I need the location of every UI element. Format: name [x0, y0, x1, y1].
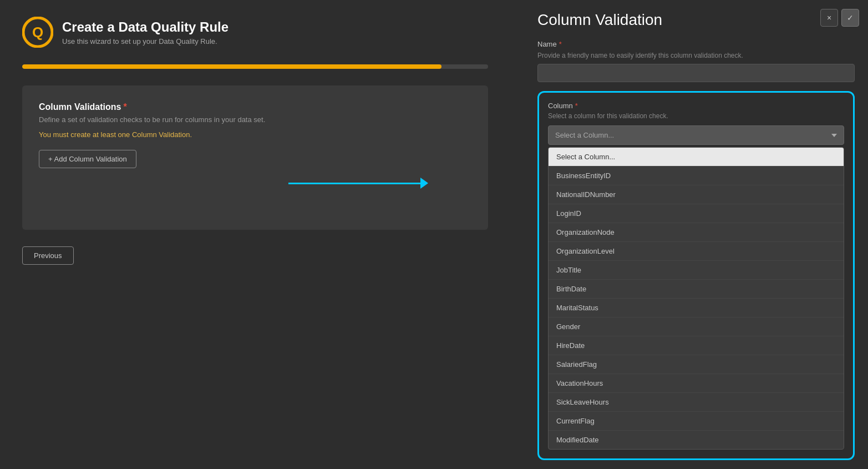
- list-item[interactable]: SalariedFlag: [549, 355, 844, 374]
- list-item[interactable]: ModifiedDate: [549, 431, 844, 449]
- column-required-marker: *: [575, 102, 578, 110]
- list-item[interactable]: OrganizationNode: [549, 223, 844, 242]
- name-field-description: Provide a friendly name to easily identi…: [537, 52, 855, 59]
- header-text: Create a Data Quality Rule Use this wiza…: [62, 19, 229, 46]
- arrow-line: [288, 183, 422, 184]
- arrow-container: [288, 172, 444, 194]
- column-field-description: Select a column for this validation chec…: [548, 112, 844, 120]
- page-subtitle: Use this wizard to set up your Data Qual…: [62, 37, 229, 46]
- column-select-value: Select a Column...: [555, 131, 614, 139]
- list-item[interactable]: Gender: [549, 317, 844, 336]
- form-card: Column Validations* Define a set of vali…: [22, 85, 488, 230]
- list-item[interactable]: Select a Column...: [549, 148, 844, 167]
- column-select-wrapper[interactable]: Select a Column...: [548, 125, 844, 145]
- name-input[interactable]: [537, 64, 855, 82]
- previous-button[interactable]: Previous: [22, 246, 74, 265]
- progress-bar-container: [22, 64, 488, 69]
- column-section: Column * Select a column for this valida…: [537, 91, 855, 460]
- list-item[interactable]: CurrentFlag: [549, 412, 844, 431]
- left-panel: Q Create a Data Quality Rule Use this wi…: [0, 0, 510, 469]
- app-logo-icon: Q: [22, 17, 53, 48]
- error-message: You must create at least one Column Vali…: [39, 130, 471, 139]
- list-item[interactable]: OrganizationLevel: [549, 242, 844, 261]
- column-field-label: Column *: [548, 102, 844, 110]
- chevron-down-icon: [831, 134, 837, 137]
- column-dropdown-list: Select a Column... BusinessEntityID Nati…: [548, 147, 844, 450]
- list-item[interactable]: LoginID: [549, 204, 844, 223]
- add-column-validation-button[interactable]: + Add Column Validation: [39, 150, 136, 168]
- list-item[interactable]: NationalIDNumber: [549, 185, 844, 204]
- panel-top-buttons: × ✓: [820, 9, 859, 27]
- section-description: Define a set of validation checks to be …: [39, 115, 471, 124]
- header-row: Q Create a Data Quality Rule Use this wi…: [22, 17, 488, 48]
- section-title: Column Validations*: [39, 102, 471, 112]
- right-panel: × ✓ Column Validation Name * Provide a f…: [524, 0, 868, 469]
- list-item[interactable]: VacationHours: [549, 374, 844, 393]
- progress-bar-fill: [22, 64, 441, 69]
- panel-title: Column Validation: [537, 11, 855, 29]
- close-button[interactable]: ×: [820, 9, 838, 27]
- list-item[interactable]: SickLeaveHours: [549, 393, 844, 412]
- svg-text:Q: Q: [32, 24, 43, 41]
- page-title: Create a Data Quality Rule: [62, 19, 229, 35]
- name-required-marker: *: [559, 40, 562, 48]
- list-item[interactable]: BusinessEntityID: [549, 167, 844, 185]
- name-field-label: Name *: [537, 40, 855, 48]
- name-field-group: Name * Provide a friendly name to easily…: [537, 40, 855, 82]
- list-item[interactable]: HireDate: [549, 336, 844, 355]
- list-item[interactable]: JobTitle: [549, 261, 844, 280]
- list-item[interactable]: BirthDate: [549, 280, 844, 299]
- list-item[interactable]: MaritalStatus: [549, 299, 844, 317]
- confirm-button[interactable]: ✓: [841, 9, 859, 27]
- column-select-display[interactable]: Select a Column...: [548, 125, 844, 145]
